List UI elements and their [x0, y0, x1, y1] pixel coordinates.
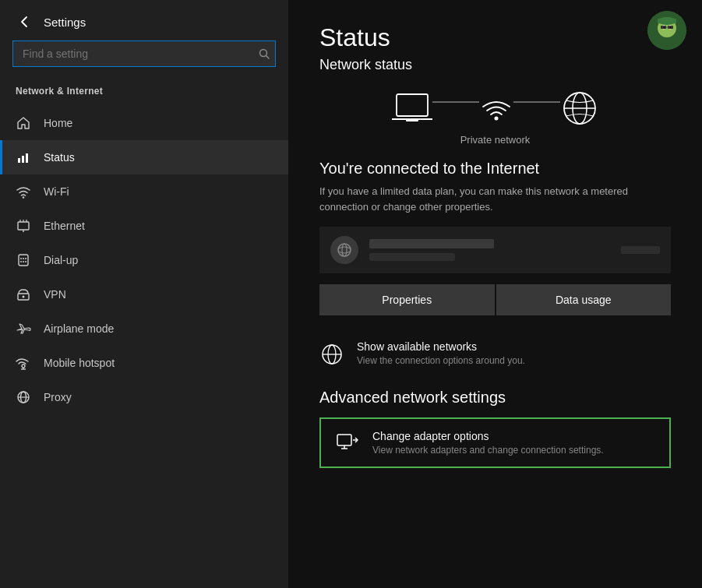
hotspot-icon — [16, 355, 31, 371]
change-adapter-box[interactable]: Change adapter options View network adap… — [319, 417, 671, 468]
svg-rect-35 — [668, 26, 673, 29]
svg-point-44 — [338, 244, 351, 256]
svg-line-1 — [266, 56, 270, 59]
laptop-node — [392, 91, 432, 125]
svg-rect-39 — [406, 119, 418, 121]
router-node — [479, 91, 513, 125]
change-adapter-desc: View network adapters and change connect… — [372, 445, 604, 456]
page-title: Status — [319, 23, 671, 52]
show-networks-desc: View the connection options around you. — [357, 355, 525, 366]
sidebar-item-hotspot[interactable]: Mobile hotspot — [0, 346, 288, 380]
svg-point-40 — [494, 117, 498, 121]
button-row: Properties Data usage — [319, 284, 671, 315]
network-card — [319, 227, 671, 273]
svg-point-45 — [342, 244, 347, 256]
svg-rect-3 — [22, 156, 24, 163]
svg-point-19 — [23, 296, 25, 298]
section-label: Network & Internet — [0, 79, 288, 106]
svg-point-17 — [25, 261, 26, 262]
svg-rect-34 — [661, 26, 666, 29]
sidebar-item-home-label: Home — [44, 117, 72, 129]
sidebar-item-wifi-label: Wi-Fi — [44, 185, 69, 198]
settings-title: Settings — [44, 16, 86, 29]
network-sub-blurred — [369, 253, 455, 261]
main-content: Status Network status — [288, 0, 702, 588]
network-name-blurred — [369, 239, 494, 248]
svg-rect-2 — [18, 158, 20, 163]
home-icon — [16, 115, 31, 131]
vpn-icon — [16, 287, 31, 302]
sidebar: Settings Network & Internet Home — [0, 0, 288, 588]
sidebar-item-airplane-label: Airplane mode — [44, 322, 114, 335]
search-button[interactable] — [259, 48, 270, 59]
globe-node — [560, 89, 599, 128]
wifi-icon — [16, 184, 31, 199]
show-networks-icon — [319, 342, 344, 367]
change-adapter-text: Change adapter options View network adap… — [372, 430, 604, 456]
avatar — [647, 11, 686, 50]
sidebar-item-airplane[interactable]: Airplane mode — [0, 312, 288, 346]
sidebar-item-dialup[interactable]: Dial-up — [0, 243, 288, 277]
sidebar-item-dialup-label: Dial-up — [44, 254, 78, 266]
avatar-area — [647, 11, 686, 50]
sidebar-header: Settings — [0, 0, 288, 40]
sidebar-item-ethernet[interactable]: Ethernet — [0, 209, 288, 243]
change-adapter-icon — [335, 431, 360, 456]
svg-point-14 — [25, 258, 26, 259]
change-adapter-title: Change adapter options — [372, 430, 604, 442]
svg-point-16 — [23, 261, 24, 262]
sidebar-item-ethernet-label: Ethernet — [44, 220, 85, 232]
sidebar-item-wifi[interactable]: Wi-Fi — [0, 174, 288, 209]
svg-rect-11 — [19, 255, 28, 266]
sidebar-item-vpn[interactable]: VPN — [0, 277, 288, 312]
sidebar-item-status-label: Status — [44, 151, 75, 164]
network-data-blurred — [621, 246, 660, 254]
svg-rect-4 — [26, 153, 28, 163]
network-line-1 — [432, 101, 479, 103]
sidebar-item-hotspot-label: Mobile hotspot — [44, 357, 115, 369]
network-card-info — [369, 239, 610, 261]
data-usage-button[interactable]: Data usage — [496, 284, 672, 315]
sidebar-item-vpn-label: VPN — [44, 288, 66, 301]
status-icon — [16, 150, 31, 165]
svg-rect-37 — [397, 94, 428, 116]
svg-rect-6 — [18, 222, 29, 230]
properties-button[interactable]: Properties — [319, 284, 495, 315]
search-box — [12, 40, 276, 67]
svg-point-15 — [20, 261, 22, 262]
network-diagram — [319, 89, 671, 128]
show-networks-row[interactable]: Show available networks View the connect… — [319, 337, 671, 370]
svg-rect-29 — [658, 19, 676, 23]
sidebar-item-proxy[interactable]: Proxy — [0, 380, 288, 414]
connected-desc: If you have a limited data plan, you can… — [319, 184, 671, 214]
svg-point-5 — [23, 196, 24, 198]
sidebar-item-home[interactable]: Home — [0, 106, 288, 140]
ethernet-icon — [16, 218, 31, 234]
connected-heading: You're connected to the Internet — [319, 160, 671, 178]
network-line-2 — [513, 101, 560, 103]
sidebar-item-status[interactable]: Status — [0, 140, 288, 174]
svg-point-12 — [20, 258, 22, 259]
private-network-label: Private network — [319, 134, 671, 146]
back-button[interactable] — [16, 12, 34, 31]
show-networks-text: Show available networks View the connect… — [357, 340, 525, 366]
show-networks-title: Show available networks — [357, 340, 525, 353]
svg-rect-49 — [337, 435, 351, 445]
sidebar-item-proxy-label: Proxy — [44, 391, 72, 403]
svg-point-13 — [23, 258, 24, 259]
search-input[interactable] — [12, 40, 276, 67]
airplane-icon — [16, 321, 31, 336]
proxy-icon — [16, 389, 31, 405]
advanced-heading: Advanced network settings — [319, 389, 671, 407]
svg-point-20 — [22, 364, 25, 368]
dialup-icon — [16, 252, 31, 268]
network-status-heading: Network status — [319, 57, 671, 73]
network-card-icon — [330, 236, 358, 264]
